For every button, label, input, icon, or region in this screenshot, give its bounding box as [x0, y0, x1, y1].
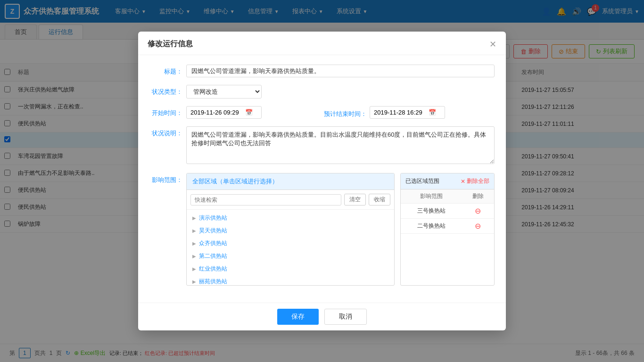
station-name: 丽苑供热站	[199, 278, 227, 285]
remove-station-button[interactable]: ⊖	[475, 207, 481, 215]
modal-title: 修改运行信息	[148, 39, 193, 49]
station-list-item[interactable]: ▶众齐供热站	[187, 237, 394, 250]
right-panel-header: 已选区域范围 ✕ 删除全部	[401, 173, 494, 189]
end-time-input[interactable]	[374, 109, 426, 116]
start-time-field: 📅	[186, 106, 262, 119]
station-name: 众齐供热站	[199, 239, 227, 247]
col-influence-name: 影响范围	[401, 189, 462, 204]
station-name: 昊天供热站	[199, 227, 227, 235]
selected-stations-table: 影响范围 删除 三号换热站 ⊖ 二号换热站 ⊖	[401, 189, 494, 234]
desc-label: 状况说明：	[149, 126, 182, 138]
modal-overlay[interactable]: 修改运行信息 ✕ 标题： 状况类型： 管网	[0, 0, 644, 362]
desc-control: 因燃气公司管道泄漏，影响天泰路供热站质量。目前出水温度只能维持在60度，目前燃气…	[186, 126, 495, 165]
remove-station-button[interactable]: ⊖	[475, 222, 481, 230]
title-field-control	[186, 65, 495, 77]
station-list-item[interactable]: ▶第二供热站	[187, 250, 394, 263]
station-arrow-icon: ▶	[192, 279, 196, 284]
influence-row: 影响范围： 全部区域（单击区域进行选择） 清空 收缩	[149, 173, 495, 286]
status-type-select[interactable]: 管网改造 停水维修 故障维修 旧网改造	[186, 85, 262, 99]
station-name: 红业供热站	[199, 265, 227, 273]
left-panel-search: 清空 收缩	[187, 190, 394, 210]
station-name: 第二供热站	[199, 252, 227, 260]
start-time-input[interactable]	[190, 109, 242, 116]
datetime-row: 开始时间： 📅 预计结束时间： 📅	[149, 106, 495, 119]
end-time-label: 预计结束时间：	[324, 107, 367, 118]
status-type-row: 状况类型： 管网改造 停水维修 故障维修 旧网改造	[149, 85, 495, 99]
selected-station-row: 二号换热站 ⊖	[401, 219, 494, 234]
influence-label: 影响范围：	[149, 173, 182, 184]
selected-station-name: 三号换热站	[401, 204, 462, 219]
clear-search-button[interactable]: 清空	[344, 194, 366, 206]
modal-close-button[interactable]: ✕	[489, 40, 496, 49]
status-type-control: 管网改造 停水维修 故障维修 旧网改造	[186, 85, 495, 99]
col-delete: 删除	[462, 189, 494, 204]
selected-station-row: 三号换热站 ⊖	[401, 204, 494, 219]
left-panel: 全部区域（单击区域进行选择） 清空 收缩 ▶演示供热站▶昊天供热站▶众齐供热站▶…	[186, 173, 395, 286]
left-panel-header: 全部区域（单击区域进行选择）	[187, 173, 394, 190]
modal-header: 修改运行信息 ✕	[138, 32, 506, 55]
modal-body: 标题： 状况类型： 管网改造 停水维修 故障维修	[138, 55, 506, 303]
start-time-label: 开始时间：	[149, 106, 182, 117]
station-arrow-icon: ▶	[192, 228, 196, 233]
edit-modal: 修改运行信息 ✕ 标题： 状况类型： 管网	[138, 32, 506, 330]
station-arrow-icon: ▶	[192, 266, 196, 272]
end-time-field: 📅	[370, 106, 445, 119]
delete-all-x-icon: ✕	[461, 178, 465, 185]
station-name: 演示供热站	[199, 214, 227, 222]
station-list-item[interactable]: ▶丽苑供热站	[187, 275, 394, 285]
station-list-item[interactable]: ▶昊天供热站	[187, 224, 394, 237]
station-arrow-icon: ▶	[192, 254, 196, 259]
delete-all-button[interactable]: ✕ 删除全部	[461, 177, 489, 185]
title-field-row: 标题：	[149, 65, 495, 77]
collapse-button[interactable]: 收缩	[369, 194, 390, 206]
end-time-calendar-icon[interactable]: 📅	[429, 109, 436, 116]
start-time-calendar-icon[interactable]: 📅	[245, 109, 253, 116]
save-button[interactable]: 保存	[277, 309, 319, 325]
right-panel: 已选区域范围 ✕ 删除全部 影响范围 删除	[400, 173, 495, 286]
influence-body: 全部区域（单击区域进行选择） 清空 收缩 ▶演示供热站▶昊天供热站▶众齐供热站▶…	[186, 173, 495, 286]
selected-station-name: 二号换热站	[401, 219, 462, 234]
status-type-label: 状况类型：	[149, 85, 182, 96]
modal-footer: 保存 取消	[138, 303, 506, 330]
desc-textarea[interactable]: 因燃气公司管道泄漏，影响天泰路供热站质量。目前出水温度只能维持在60度，目前燃气…	[186, 126, 495, 164]
cancel-button[interactable]: 取消	[324, 309, 367, 325]
title-input[interactable]	[186, 65, 495, 77]
station-arrow-icon: ▶	[192, 215, 196, 221]
station-search-input[interactable]	[190, 194, 341, 206]
title-field-label: 标题：	[149, 65, 182, 76]
desc-row: 状况说明： 因燃气公司管道泄漏，影响天泰路供热站质量。目前出水温度只能维持在60…	[149, 126, 495, 165]
station-list-item[interactable]: ▶红业供热站	[187, 263, 394, 275]
station-arrow-icon: ▶	[192, 241, 196, 246]
station-list: ▶演示供热站▶昊天供热站▶众齐供热站▶第二供热站▶红业供热站▶丽苑供热站	[187, 210, 394, 285]
station-list-item[interactable]: ▶演示供热站	[187, 212, 394, 224]
